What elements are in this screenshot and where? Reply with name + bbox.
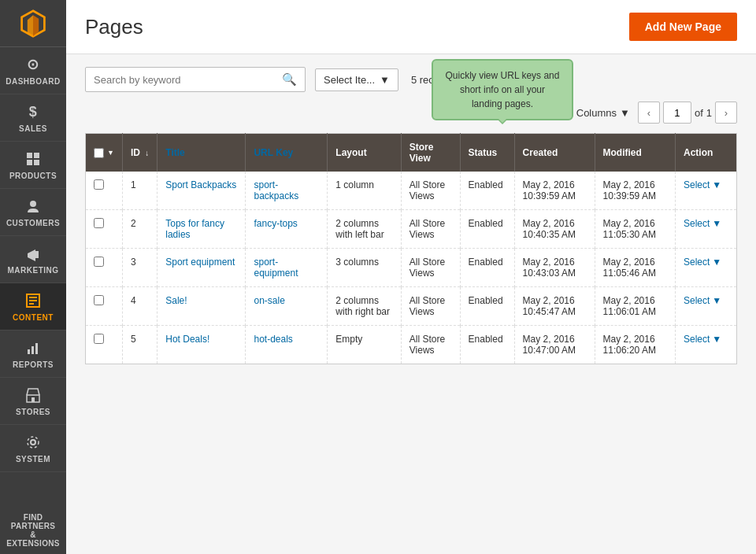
sidebar-item-stores[interactable]: STORES (0, 378, 66, 425)
row-layout-3: 3 columns (328, 249, 401, 287)
row-checkbox-1[interactable] (94, 179, 104, 190)
title-link-4[interactable]: Sale! (165, 295, 187, 306)
pagination-of-label: of (695, 107, 703, 119)
row-id-5: 5 (122, 326, 157, 364)
th-store-view[interactable]: StoreView (401, 134, 460, 172)
select-chevron-icon-4: ▼ (712, 295, 721, 306)
row-checkbox-cell (86, 326, 123, 364)
th-modified[interactable]: Modified (595, 134, 675, 172)
row-checkbox-cell (86, 210, 123, 249)
row-select-button-1[interactable]: Select ▼ (684, 179, 728, 190)
row-select-button-4[interactable]: Select ▼ (684, 295, 728, 306)
url-link-4[interactable]: on-sale (254, 295, 284, 306)
sidebar-item-products[interactable]: PRODUCTS (0, 142, 66, 189)
row-storeview-1: All Store Views (401, 172, 460, 210)
th-title-label: Title (165, 147, 184, 158)
row-storeview-4: All Store Views (401, 287, 460, 326)
row-select-button-2[interactable]: Select ▼ (684, 218, 728, 229)
find-extensions-button[interactable]: FIND PARTNERS & EXTENSIONS (0, 507, 66, 554)
th-modified-label: Modified (603, 147, 642, 158)
page-header: Pages Add New Page (66, 0, 756, 54)
dashboard-icon: ⊙ (24, 55, 43, 74)
sidebar-label-content: CONTENT (13, 313, 54, 322)
select-action-dropdown[interactable]: Select Ite... ▼ (315, 68, 398, 91)
row-checkbox-2[interactable] (94, 218, 104, 228)
url-link-1[interactable]: sport-backpacks (254, 179, 298, 201)
title-link-1[interactable]: Sport Backpacks (165, 179, 236, 190)
row-select-button-3[interactable]: Select ▼ (684, 257, 728, 268)
row-modified-4: May 2, 2016 11:06:01 AM (595, 287, 675, 326)
url-link-5[interactable]: hot-deals (254, 334, 292, 345)
pagination-prev-button[interactable]: ‹ (638, 102, 660, 124)
th-status[interactable]: Status (460, 134, 514, 172)
select-all-checkbox[interactable] (94, 148, 104, 158)
table-body: 1 Sport Backpacks sport-backpacks 1 colu… (86, 172, 737, 364)
sidebar-logo (0, 0, 66, 47)
sidebar-bottom: FIND PARTNERS & EXTENSIONS (0, 507, 66, 554)
th-id[interactable]: ID ↓ (122, 134, 157, 172)
row-title-5: Hot Deals! (158, 326, 246, 364)
th-layout[interactable]: Layout (328, 134, 401, 172)
toolbar: 🔍 Select Ite... ▼ 5 records found Quickl… (85, 67, 737, 124)
row-action-5: Select ▼ (675, 326, 736, 364)
find-extensions-label: FIND PARTNERS & EXTENSIONS (6, 513, 59, 548)
row-title-3: Sport equipment (158, 249, 246, 287)
row-status-3: Enabled (460, 249, 514, 287)
pagination-next-button[interactable]: › (715, 102, 737, 124)
sidebar-item-system[interactable]: SYSTEM (0, 425, 66, 472)
table-row: 3 Sport equipment sport-equipment 3 colu… (86, 249, 737, 287)
row-modified-1: May 2, 2016 10:39:59 AM (595, 172, 675, 210)
row-layout-5: Empty (328, 326, 401, 364)
row-checkbox-3[interactable] (94, 257, 104, 267)
select-chevron-icon-5: ▼ (712, 334, 721, 345)
add-new-page-button[interactable]: Add New Page (629, 13, 737, 41)
svg-marker-1 (28, 15, 33, 36)
marketing-icon (24, 244, 43, 263)
row-status-1: Enabled (460, 172, 514, 210)
th-created[interactable]: Created (514, 134, 595, 172)
th-url-key[interactable]: URL Key (246, 134, 328, 172)
row-url-1: sport-backpacks (246, 172, 328, 210)
url-link-3[interactable]: sport-equipment (254, 257, 298, 279)
content-icon (24, 291, 43, 310)
row-checkbox-5[interactable] (94, 334, 104, 344)
sidebar-item-marketing[interactable]: MARKETING (0, 236, 66, 283)
th-title[interactable]: Title (158, 134, 246, 172)
search-input[interactable] (94, 74, 282, 86)
row-status-2: Enabled (460, 210, 514, 249)
url-link-2[interactable]: fancy-tops (254, 218, 297, 229)
sidebar-item-sales[interactable]: $ SALES (0, 94, 66, 142)
content-area: 🔍 Select Ite... ▼ 5 records found Quickl… (66, 54, 756, 554)
th-checkbox-dropdown-icon[interactable]: ▼ (107, 149, 114, 157)
sort-arrow-icon: ↓ (145, 149, 149, 157)
title-link-5[interactable]: Hot Deals! (165, 334, 209, 345)
sidebar-item-content[interactable]: CONTENT (0, 283, 66, 331)
svg-rect-15 (32, 346, 34, 354)
row-checkbox-cell (86, 172, 123, 210)
select-label-2: Select (684, 218, 710, 229)
svg-rect-5 (27, 160, 32, 165)
table-row: 1 Sport Backpacks sport-backpacks 1 colu… (86, 172, 737, 210)
tooltip-bubble: Quickly view URL keys and short info on … (432, 59, 573, 120)
row-modified-5: May 2, 2016 11:06:20 AM (595, 326, 675, 364)
select-label-4: Select (684, 295, 710, 306)
search-box[interactable]: 🔍 (85, 67, 306, 92)
sidebar-label-sales: SALES (19, 124, 47, 133)
sidebar-item-customers[interactable]: CUSTOMERS (0, 189, 66, 236)
row-storeview-3: All Store Views (401, 249, 460, 287)
th-store-view-label: StoreView (410, 142, 434, 164)
sidebar-item-dashboard[interactable]: ⊙ DASHBOARD (0, 47, 66, 94)
sidebar-item-reports[interactable]: REPORTS (0, 331, 66, 378)
row-select-button-5[interactable]: Select ▼ (684, 334, 728, 345)
title-link-2[interactable]: Tops for fancy ladies (165, 218, 224, 240)
main-content: Pages Add New Page 🔍 Select Ite... ▼ 5 r… (66, 0, 756, 554)
search-icon: 🔍 (282, 72, 297, 87)
row-modified-2: May 2, 2016 11:05:30 AM (595, 210, 675, 249)
sidebar-label-reports: REPORTS (13, 360, 54, 369)
select-label-3: Select (684, 257, 710, 268)
system-icon (24, 433, 43, 452)
pagination-page-input[interactable] (663, 102, 691, 124)
row-action-1: Select ▼ (675, 172, 736, 210)
row-checkbox-4[interactable] (94, 295, 104, 305)
title-link-3[interactable]: Sport equipment (165, 257, 235, 268)
